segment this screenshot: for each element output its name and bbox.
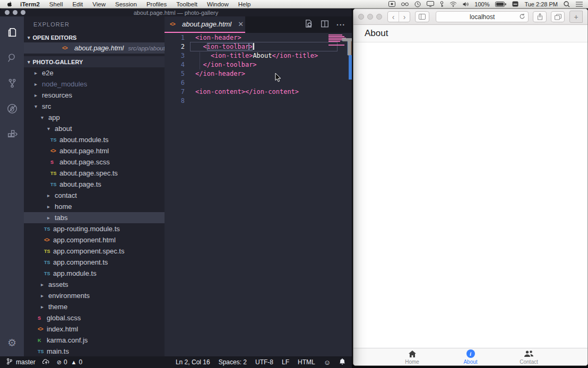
notification-center-icon[interactable]: [576, 2, 583, 7]
screen-recording-icon[interactable]: [388, 1, 395, 7]
menubar-clock[interactable]: Tue 2:28 PM: [524, 1, 558, 7]
errors-icon[interactable]: ⊘: [57, 359, 62, 366]
open-editor-item[interactable]: <> about.page.html src/app/about: [24, 42, 165, 54]
publish-changes-icon[interactable]: [42, 358, 50, 366]
battery-icon[interactable]: [495, 2, 506, 7]
vscode-titlebar[interactable]: about.page.html — photo-gallery: [0, 8, 352, 16]
tree-item-app-routing.module.ts[interactable]: TSapp-routing.module.ts: [24, 223, 165, 234]
tree-item-app[interactable]: ▾app: [24, 112, 165, 123]
open-editors-header[interactable]: ▾ OPEN EDITORS: [24, 33, 165, 42]
zoom-button[interactable]: [376, 14, 382, 20]
explorer-activity-icon[interactable]: [0, 20, 24, 45]
tree-item-home[interactable]: ▸home: [24, 201, 165, 212]
tab-overview-icon[interactable]: [551, 11, 565, 22]
tree-item-e2e[interactable]: ▸e2e: [24, 67, 165, 78]
tree-item-about.page.html[interactable]: <>about.page.html: [24, 145, 165, 156]
menu-toolbelt[interactable]: Toolbelt: [171, 1, 202, 7]
tab-contact[interactable]: Contact: [500, 348, 558, 365]
gear-icon[interactable]: ⚙: [7, 337, 16, 349]
source-control-icon[interactable]: [0, 71, 24, 96]
status-item[interactable]: Spaces: 2: [219, 358, 247, 366]
info-icon: i: [466, 349, 475, 358]
page-content: [353, 42, 587, 348]
status-item[interactable]: HTML: [298, 358, 315, 366]
karma-file-icon: K: [38, 338, 47, 343]
tree-item-node_modules[interactable]: ▸node_modules: [24, 78, 165, 90]
tree-item-about.page.ts[interactable]: TSabout.page.ts: [24, 179, 165, 190]
feedback-smiley-icon[interactable]: ☺: [324, 358, 331, 366]
menu-edit[interactable]: Edit: [67, 1, 88, 7]
wifi-icon[interactable]: [449, 2, 457, 7]
apple-menu-icon[interactable]: [5, 1, 15, 7]
input-source-icon[interactable]: [512, 1, 518, 7]
split-editor-icon[interactable]: [321, 20, 329, 30]
tree-item-resources[interactable]: ▸resources: [24, 90, 165, 101]
menu-shell[interactable]: Shell: [45, 1, 68, 7]
tree-item-theme[interactable]: ▸theme: [24, 301, 165, 312]
editor-tab-about-page-html[interactable]: <> about.page.html ✕: [165, 16, 245, 33]
branch-name[interactable]: master: [16, 358, 36, 366]
display-icon[interactable]: [427, 1, 434, 7]
forward-button[interactable]: ›: [399, 12, 410, 22]
refresh-icon[interactable]: [519, 13, 525, 20]
volume-icon[interactable]: [463, 2, 469, 7]
tab-about[interactable]: iAbout: [442, 348, 500, 365]
menu-window[interactable]: Window: [202, 1, 234, 7]
project-section-header[interactable]: ▾ PHOTO-GALLERY: [24, 56, 165, 67]
minimize-button[interactable]: [367, 14, 373, 20]
menu-iterm2[interactable]: iTerm2: [15, 1, 45, 7]
minimize-button[interactable]: [13, 10, 18, 15]
menu-session[interactable]: Session: [110, 1, 142, 7]
status-item[interactable]: UTF-8: [255, 358, 273, 366]
tab-home[interactable]: Home: [383, 348, 442, 365]
menu-view[interactable]: View: [88, 1, 110, 7]
tree-item-global.scss[interactable]: Sglobal.scss: [24, 312, 165, 323]
tree-item-karma.conf.js[interactable]: Kkarma.conf.js: [24, 335, 165, 346]
code-editor[interactable]: 12345678 <ion-header> <ion-toolbar> <ion…: [165, 33, 352, 356]
tree-item-app.component.html[interactable]: <>app.component.html: [24, 234, 165, 246]
errors-count[interactable]: 0: [64, 358, 67, 366]
debug-disabled-icon[interactable]: [0, 96, 24, 121]
extensions-icon[interactable]: [0, 121, 24, 147]
tree-item-tabs[interactable]: ▸tabs: [24, 212, 165, 223]
tree-item-assets[interactable]: ▸assets: [24, 279, 165, 290]
tree-item-about[interactable]: ▾about: [24, 123, 165, 134]
clock-icon[interactable]: [414, 1, 421, 7]
warnings-icon[interactable]: ▲: [71, 359, 77, 365]
menu-help[interactable]: Help: [234, 1, 256, 7]
close-button[interactable]: [5, 10, 10, 15]
status-item[interactable]: Ln 2, Col 16: [176, 358, 210, 366]
open-preview-icon[interactable]: [304, 19, 313, 30]
search-icon[interactable]: [0, 45, 24, 71]
back-button[interactable]: ‹: [388, 12, 399, 22]
notifications-bell-icon[interactable]: [339, 358, 345, 366]
warnings-count[interactable]: 0: [79, 358, 82, 366]
tree-item-environments[interactable]: ▸environments: [24, 290, 165, 301]
git-branch-icon[interactable]: [6, 358, 12, 366]
share-icon[interactable]: [533, 11, 547, 22]
tree-item-contact[interactable]: ▸contact: [24, 190, 165, 201]
status-item[interactable]: LF: [282, 358, 289, 366]
sidebar-toggle-button[interactable]: [415, 11, 429, 22]
tree-item-index.html[interactable]: <>index.html: [24, 323, 165, 335]
tree-item-main.ts[interactable]: TSmain.ts: [24, 346, 165, 356]
key-icon[interactable]: [440, 1, 444, 7]
tree-item-about.page.spec.ts[interactable]: TSabout.page.spec.ts: [24, 168, 165, 179]
close-button[interactable]: [358, 14, 364, 20]
tree-item-about.page.scss[interactable]: Sabout.page.scss: [24, 156, 165, 168]
zoom-button[interactable]: [21, 10, 25, 15]
close-icon[interactable]: ✕: [238, 20, 244, 28]
chevron-right-icon: ▸: [41, 304, 48, 310]
tree-item-src[interactable]: ▾src: [24, 101, 165, 112]
vscode-window: about.page.html — photo-gallery ⚙ EXPLOR…: [0, 8, 352, 368]
tree-item-app.component.spec.ts[interactable]: TSapp.component.spec.ts: [24, 246, 165, 257]
more-actions-icon[interactable]: ···: [336, 21, 345, 29]
menu-profiles[interactable]: Profiles: [142, 1, 171, 7]
address-bar[interactable]: localhost: [436, 11, 529, 22]
glasses-icon[interactable]: [401, 2, 409, 6]
tree-item-about.module.ts[interactable]: TSabout.module.ts: [24, 134, 165, 145]
tree-item-app.component.ts[interactable]: TSapp.component.ts: [24, 257, 165, 268]
tree-item-app.module.ts[interactable]: TSapp.module.ts: [24, 268, 165, 279]
spotlight-icon[interactable]: [564, 1, 570, 7]
new-tab-button[interactable]: +: [569, 11, 583, 23]
